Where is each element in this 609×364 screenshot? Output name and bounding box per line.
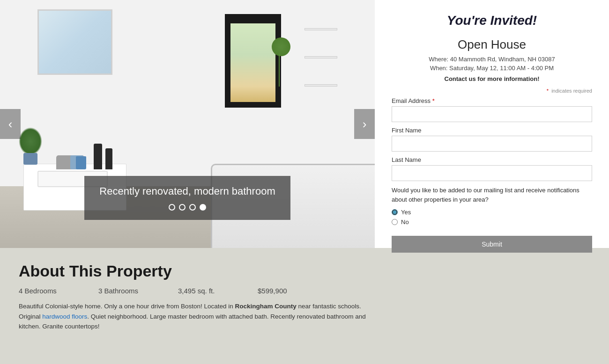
stat-bathrooms: 3 Bathrooms	[98, 287, 178, 295]
form-panel: You're Invited! Open House Where: 40 Mam…	[375, 0, 609, 248]
carousel-prev-button[interactable]: ‹	[0, 109, 21, 139]
first-name-field-group: First Name	[392, 127, 592, 152]
last-name-label: Last Name	[392, 156, 592, 163]
radio-no-input[interactable]	[392, 219, 398, 225]
stat-price: $599,900	[258, 287, 337, 295]
form-when-label: When:	[430, 65, 448, 72]
form-where-value: 40 Mammoth Rd, Windham, NH 03087	[450, 56, 555, 63]
carousel-dot-2[interactable]	[189, 204, 196, 211]
mailing-question: Would you like to be added to our mailin…	[392, 186, 592, 204]
desc-part-1: Beautiful Colonial-style home. Only a on…	[19, 303, 235, 310]
radio-group: Yes No	[392, 209, 592, 228]
form-where-label: Where:	[429, 56, 448, 63]
carousel: Recently renovated, modern bathroom ‹ ›	[0, 0, 375, 248]
form-where: Where: 40 Mammoth Rd, Windham, NH 03087	[392, 56, 592, 63]
hanging-plant	[272, 37, 290, 84]
first-name-label: First Name	[392, 127, 592, 134]
bottle-1	[94, 144, 102, 169]
stat-sqft: 3,495 sq. ft.	[178, 287, 258, 295]
hanging-leaves	[272, 37, 290, 56]
property-description: Beautiful Colonial-style home. Only a on…	[19, 301, 375, 332]
top-section: Recently renovated, modern bathroom ‹ › …	[0, 0, 609, 248]
email-label-text: Email Address	[392, 97, 431, 104]
carousel-dot-1[interactable]	[179, 204, 186, 211]
email-input[interactable]	[392, 106, 592, 122]
shelf-3	[304, 84, 337, 87]
carousel-dot-3[interactable]	[200, 204, 206, 211]
form-when-value: Saturday, May 12, 11:00 AM - 4:00 PM	[449, 65, 554, 72]
email-field-group: Email Address *	[392, 97, 592, 122]
carousel-dot-0[interactable]	[169, 204, 175, 211]
stat-bedrooms: 4 Bedrooms	[19, 287, 98, 295]
form-subtitle: Open House	[392, 37, 592, 52]
desc-floors: hardwood floors	[42, 313, 87, 320]
carousel-dots	[96, 204, 279, 211]
shelf-unit	[304, 28, 337, 103]
last-name-input[interactable]	[392, 165, 592, 181]
mirror	[37, 9, 112, 75]
first-name-input[interactable]	[392, 136, 592, 152]
plant	[19, 127, 42, 165]
form-contact-text: Contact us for more information!	[392, 75, 592, 82]
property-stats: 4 Bedrooms 3 Bathrooms 3,495 sq. ft. $59…	[19, 287, 590, 295]
email-required-asterisk: *	[432, 97, 435, 104]
radio-yes-option[interactable]: Yes	[392, 209, 592, 216]
radio-yes-input[interactable]	[392, 209, 398, 215]
hanging-vines	[279, 54, 280, 87]
email-label: Email Address *	[392, 97, 592, 104]
page-wrapper: Recently renovated, modern bathroom ‹ › …	[0, 0, 609, 364]
radio-no-label: No	[401, 218, 409, 226]
shelf-1	[304, 28, 337, 30]
property-title: About This Property	[19, 262, 590, 280]
bottle-2	[105, 148, 112, 169]
bottom-section: About This Property 4 Bedrooms 3 Bathroo…	[0, 248, 609, 364]
radio-yes-label: Yes	[401, 209, 411, 216]
shelf-2	[304, 56, 337, 58]
required-asterisk-note: *	[547, 88, 549, 94]
plant-pot	[23, 153, 37, 165]
last-name-field-group: Last Name	[392, 156, 592, 181]
required-note: * indicates required	[392, 88, 592, 94]
desc-county: Rockingham County	[235, 303, 297, 310]
radio-no-option[interactable]: No	[392, 218, 592, 226]
plant-leaves	[19, 127, 42, 155]
blue-cup	[76, 156, 86, 169]
carousel-next-button[interactable]: ›	[354, 109, 375, 139]
carousel-caption-text: Recently renovated, modern bathroom	[96, 185, 279, 197]
submit-button[interactable]: Submit	[392, 236, 592, 253]
form-when: When: Saturday, May 12, 11:00 AM - 4:00 …	[392, 65, 592, 72]
form-title: You're Invited!	[392, 13, 592, 28]
required-note-text: indicates required	[551, 88, 592, 94]
carousel-caption: Recently renovated, modern bathroom	[84, 176, 290, 220]
